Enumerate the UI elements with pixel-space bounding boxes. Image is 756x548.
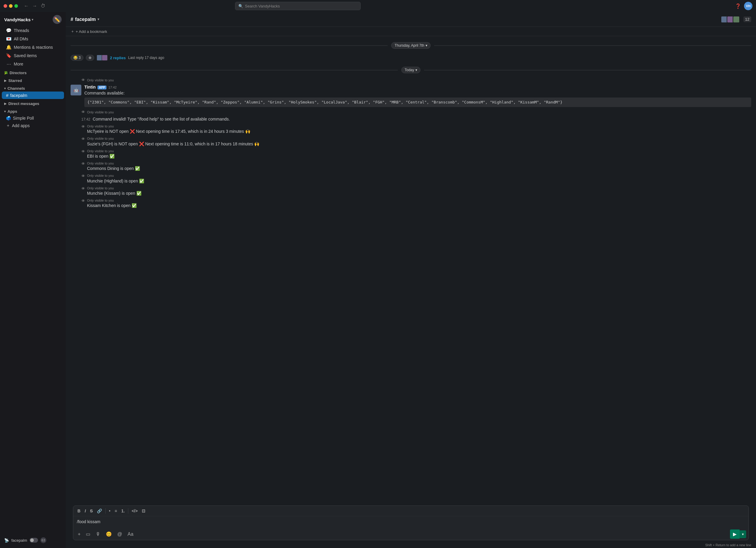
- strikethrough-button[interactable]: S: [88, 508, 95, 514]
- starred-section-header[interactable]: ▶ Starred: [0, 77, 66, 84]
- visible-label-0: Only visible to you: [87, 124, 751, 128]
- visible-label-3: Only visible to you: [87, 161, 751, 165]
- sidebar-item-add-apps[interactable]: ＋ Add apps: [2, 122, 64, 130]
- format-button[interactable]: Aa: [126, 530, 136, 538]
- thread-avatar-2: [102, 55, 108, 61]
- channel-header: # facepalm ▾ 12: [66, 12, 756, 27]
- close-button[interactable]: [4, 4, 7, 8]
- eye-icon-1: 👁: [81, 137, 85, 141]
- threads-icon: 💬: [6, 28, 11, 33]
- divider-line-left: [71, 45, 388, 46]
- simple-poll-label: Simple Poll: [13, 116, 34, 121]
- visible-label-5: Only visible to you: [87, 186, 751, 190]
- fullscreen-button[interactable]: [14, 4, 18, 8]
- link-button[interactable]: 🔗: [95, 508, 104, 514]
- user-avatar[interactable]: VH: [744, 2, 752, 10]
- visible-to-you-tintin: Only visible to you: [87, 78, 114, 82]
- starred-label: Starred: [8, 78, 22, 83]
- status-text-4: Munchie (Highland) is open ✅: [87, 178, 751, 184]
- direct-messages-label: Direct messages: [8, 101, 39, 106]
- main-content: # facepalm ▾ 12 ＋ + Add a bookmark: [66, 12, 756, 548]
- workspace-header[interactable]: VandyHacks ▾ ✏️: [0, 12, 66, 26]
- titlebar-right-controls: ❓ VH: [735, 2, 752, 10]
- date-label-today: Today: [405, 68, 414, 72]
- sidebar-item-facepalm[interactable]: # facepalm: [2, 92, 64, 99]
- apps-label: Apps: [7, 109, 17, 114]
- chevron-down-today-icon: ▾: [415, 68, 417, 72]
- sidebar-item-saved[interactable]: 🔖 Saved items: [2, 51, 64, 60]
- status-msg-6: 👁 Only visible to you Kissam Kitchen is …: [66, 198, 756, 209]
- dnd-badge: 63: [40, 537, 46, 543]
- sidebar-item-mentions[interactable]: 🔔 Mentions & reactions: [2, 43, 64, 51]
- more-actions-button-tintin[interactable]: ⋯: [742, 85, 751, 92]
- bullet-list-button[interactable]: •: [107, 508, 112, 514]
- video-button[interactable]: ▭: [84, 530, 92, 538]
- member-avatars[interactable]: [721, 16, 740, 23]
- block-button[interactable]: ⊡: [140, 508, 147, 514]
- bold-button[interactable]: B: [76, 508, 82, 514]
- tintin-message-text: Commands available: {"2301", "Commons", …: [84, 90, 751, 107]
- sidebar-item-threads[interactable]: 💬 Threads: [2, 26, 64, 35]
- visible-label-invalid: Only visible to you: [87, 110, 114, 114]
- more-label: More: [14, 62, 23, 66]
- status-text-2: EBI is open ✅: [87, 153, 751, 159]
- status-msg-3: 👁 Only visible to you Commons Dining is …: [66, 161, 756, 172]
- plus-icon: ＋: [6, 123, 10, 128]
- code-button[interactable]: </>: [130, 508, 139, 514]
- saved-label: Saved items: [14, 53, 37, 58]
- italic-button[interactable]: I: [83, 508, 88, 514]
- attach-button[interactable]: +: [76, 530, 83, 538]
- date-divider-button-today[interactable]: Today ▾: [401, 67, 420, 73]
- sidebar: VandyHacks ▾ ✏️ 💬 Threads 💌 All DMs 🔔 Me…: [0, 12, 66, 548]
- footer-workspace-name: facepalm: [11, 538, 27, 543]
- directors-section-header[interactable]: 🥦 Directors: [0, 69, 66, 76]
- member-count[interactable]: 12: [743, 16, 751, 22]
- status-msg-2: 👁 Only visible to you EBI is open ✅: [66, 148, 756, 160]
- member-avatar-3: [733, 16, 740, 23]
- composer-input[interactable]: /food kissam: [77, 519, 745, 525]
- status-msg-4: 👁 Only visible to you Munchie (Highland)…: [66, 173, 756, 185]
- send-dropdown-button[interactable]: ▾: [740, 530, 746, 538]
- reaction-button[interactable]: 😂 3: [71, 55, 83, 61]
- channels-section-header[interactable]: ▾ Channels: [0, 84, 66, 92]
- visible-label-4: Only visible to you: [87, 173, 751, 178]
- apps-section-header[interactable]: ▾ Apps: [0, 107, 66, 115]
- direct-messages-section-header[interactable]: ▶ Direct messages: [0, 100, 66, 107]
- mention-button[interactable]: @: [115, 530, 124, 538]
- ordered-list-button[interactable]: 1.: [119, 508, 126, 514]
- thread-replies-link[interactable]: 2 replies: [110, 56, 126, 60]
- status-toggle[interactable]: [30, 538, 38, 543]
- sidebar-footer[interactable]: 📡 facepalm 63: [0, 535, 66, 546]
- forward-button[interactable]: →: [31, 2, 38, 10]
- status-msg-0: 👁 Only visible to you McTyeire is NOT op…: [66, 124, 756, 135]
- mic-button[interactable]: 🎙: [94, 530, 103, 538]
- send-button[interactable]: ▶: [730, 529, 740, 539]
- bookmark-bar: ＋ + Add a bookmark: [66, 27, 756, 36]
- channel-title[interactable]: # facepalm ▾: [71, 17, 99, 22]
- checklist-button[interactable]: ≡: [113, 508, 119, 514]
- back-button[interactable]: ←: [23, 2, 30, 10]
- app-layout: VandyHacks ▾ ✏️ 💬 Threads 💌 All DMs 🔔 Me…: [0, 12, 756, 548]
- compose-button[interactable]: ✏️: [53, 15, 62, 24]
- emoji-button[interactable]: 😊: [104, 530, 114, 538]
- add-reaction-button[interactable]: ⊕: [86, 55, 94, 61]
- sidebar-item-more[interactable]: ⋯ More: [2, 60, 64, 68]
- messages-area[interactable]: Thursday, April 7th ▾ 😂 3 ⊕ 2 repli: [66, 36, 756, 503]
- help-icon[interactable]: ❓: [735, 3, 741, 9]
- visible-label-2: Only visible to you: [87, 149, 751, 153]
- date-label-april7: Thursday, April 7th: [394, 43, 424, 48]
- keyboard-hint: Shift + Return to add a new line: [68, 543, 754, 548]
- reaction-count: 3: [79, 56, 81, 60]
- date-divider-button-april7[interactable]: Thursday, April 7th ▾: [391, 42, 430, 49]
- divider-line-right: [434, 45, 751, 46]
- add-bookmark-button[interactable]: ＋ + Add a bookmark: [71, 29, 107, 34]
- search-bar[interactable]: 🔍 Search VandyHacks: [235, 2, 361, 10]
- sidebar-item-all-dms[interactable]: 💌 All DMs: [2, 35, 64, 43]
- composer-input-area[interactable]: /food kissam: [73, 516, 749, 528]
- chevron-down-icon: ▾: [4, 87, 6, 90]
- minimize-button[interactable]: [9, 4, 13, 8]
- eye-icon-6: 👁: [81, 199, 85, 203]
- sidebar-item-simple-poll[interactable]: 🗳️ Simple Poll: [2, 115, 64, 122]
- chevron-down-date-icon: ▾: [426, 43, 427, 48]
- history-button[interactable]: ⏱: [39, 2, 47, 10]
